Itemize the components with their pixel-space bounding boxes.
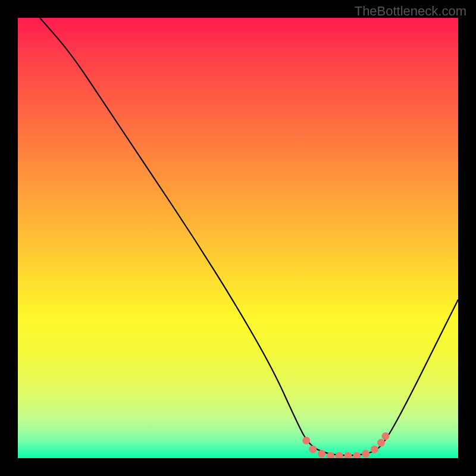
- bottleneck-curve: [40, 18, 458, 455]
- data-markers: [302, 433, 389, 459]
- data-marker: [318, 450, 325, 458]
- data-marker: [302, 437, 310, 444]
- watermark-text: TheBottleneck.com: [355, 4, 466, 19]
- data-marker: [377, 439, 385, 447]
- data-marker: [362, 450, 369, 458]
- data-marker: [353, 452, 361, 458]
- data-marker: [381, 433, 389, 440]
- plot-area: [18, 18, 458, 458]
- data-marker: [345, 452, 352, 458]
- data-marker: [336, 452, 343, 458]
- chart-svg: [18, 18, 458, 458]
- data-marker: [309, 446, 317, 453]
- data-marker: [371, 446, 378, 453]
